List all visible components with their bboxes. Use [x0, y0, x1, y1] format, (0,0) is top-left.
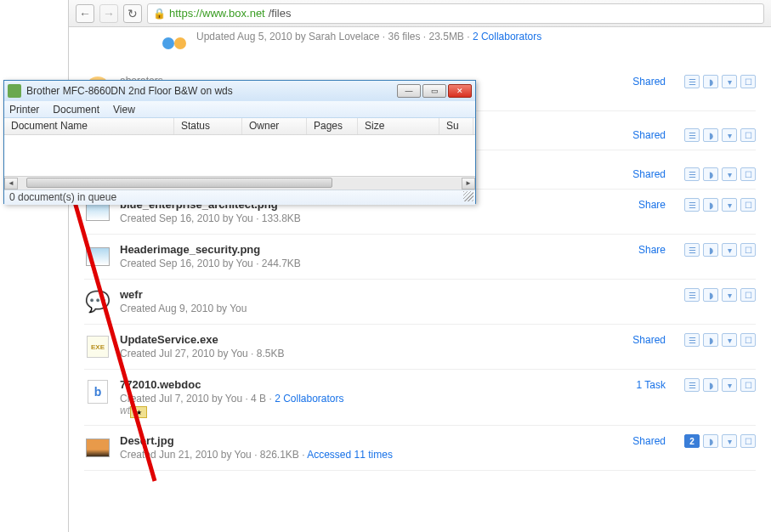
tag-icon[interactable]: ◗: [703, 288, 718, 302]
comment-count-icon[interactable]: 2: [684, 434, 700, 448]
tag-icon[interactable]: ◗: [703, 243, 718, 257]
tag-icon[interactable]: ◗: [703, 128, 718, 142]
column-header[interactable]: Su: [439, 118, 473, 134]
file-icon-slot: EXE: [84, 333, 111, 360]
file-row[interactable]: 💬wefrCreated Aug 9, 2010 by You☰◗▾☐: [84, 280, 756, 325]
checkbox-icon[interactable]: ☐: [740, 333, 756, 347]
checkbox-icon[interactable]: ☐: [740, 167, 756, 181]
access-link[interactable]: Accessed 11 times: [307, 449, 393, 461]
scroll-thumb[interactable]: [26, 178, 332, 188]
menu-printer[interactable]: Printer: [9, 104, 39, 116]
tag-icon[interactable]: ◗: [703, 378, 718, 392]
file-name[interactable]: 772010.webdoc: [120, 378, 615, 391]
file-status[interactable]: Shared: [615, 435, 666, 447]
file-row[interactable]: b772010.webdocCreated Jul 7, 2010 by You…: [84, 370, 756, 426]
file-status[interactable]: 1 Task: [615, 379, 666, 391]
print-queue-window: Brother MFC-8660DN 2nd Floor B&W on wds …: [3, 80, 476, 204]
column-headers: Document NameStatusOwnerPagesSizeSu: [4, 118, 475, 135]
dropdown-icon[interactable]: ▾: [722, 243, 737, 257]
queue-body: [4, 135, 475, 176]
task-badge-icon: ★: [130, 406, 147, 418]
maximize-button[interactable]: ▭: [422, 84, 446, 98]
checkbox-icon[interactable]: ☐: [740, 198, 756, 212]
dropdown-icon[interactable]: ▾: [722, 128, 737, 142]
file-name[interactable]: Headerimage_security.png: [120, 243, 615, 256]
file-row[interactable]: Desert.jpgCreated Jun 21, 2010 by You · …: [84, 426, 756, 471]
tag-icon[interactable]: ◗: [703, 198, 718, 212]
dropdown-icon[interactable]: ▾: [722, 378, 737, 392]
file-status[interactable]: Share: [615, 244, 666, 256]
url-path: /files: [269, 7, 292, 20]
file-row[interactable]: Updated Aug 5, 2010 by Sarah Lovelace · …: [84, 27, 756, 66]
comment-icon[interactable]: ☰: [684, 128, 700, 142]
scroll-track[interactable]: [18, 178, 462, 190]
column-header[interactable]: Pages: [307, 118, 358, 134]
minimize-button[interactable]: —: [397, 84, 421, 98]
file-right: Shared☰◗▾☐: [615, 128, 756, 142]
printer-icon: [8, 84, 21, 98]
close-button[interactable]: ✕: [448, 84, 472, 98]
comment-icon[interactable]: ☰: [684, 378, 700, 392]
menu-view[interactable]: View: [113, 104, 135, 116]
reload-button[interactable]: ↻: [123, 4, 142, 23]
comment-icon[interactable]: ☰: [684, 75, 700, 88]
file-row[interactable]: EXEUpdateService.exeCreated Jul 27, 2010…: [84, 325, 756, 370]
comment-icon[interactable]: ☰: [684, 333, 700, 347]
file-status[interactable]: Shared: [615, 334, 666, 346]
file-status[interactable]: Share: [615, 199, 666, 211]
url-bar[interactable]: 🔒 https://www.box.net/files: [147, 3, 764, 24]
comment-icon[interactable]: ☰: [684, 167, 700, 181]
checkbox-icon[interactable]: ☐: [740, 128, 756, 142]
file-details: Desert.jpgCreated Jun 21, 2010 by You · …: [120, 434, 615, 461]
collaborators-link[interactable]: 2 Collaborators: [473, 31, 541, 42]
comment-icon[interactable]: ☰: [684, 243, 700, 257]
resize-grip[interactable]: [463, 191, 473, 201]
file-status[interactable]: Shared: [615, 129, 666, 141]
scroll-right-arrow[interactable]: ►: [462, 178, 475, 190]
menu-document[interactable]: Document: [53, 104, 99, 116]
scroll-left-arrow[interactable]: ◄: [4, 178, 18, 190]
lock-icon: 🔒: [153, 8, 166, 20]
column-header[interactable]: Size: [358, 118, 439, 134]
file-row[interactable]: Headerimage_security.pngCreated Sep 16, …: [84, 235, 756, 280]
checkbox-icon[interactable]: ☐: [740, 288, 756, 302]
tag-icon[interactable]: ◗: [703, 167, 718, 181]
checkbox-icon[interactable]: ☐: [740, 243, 756, 257]
file-right: Share☰◗▾☐: [615, 198, 756, 212]
file-actions: ☰◗▾☐: [684, 243, 756, 257]
file-name[interactable]: wefr: [120, 288, 615, 301]
dropdown-icon[interactable]: ▾: [722, 198, 737, 212]
column-header[interactable]: Document Name: [4, 118, 174, 134]
column-header[interactable]: Owner: [242, 118, 307, 134]
tag-icon[interactable]: ◗: [703, 434, 718, 448]
file-name[interactable]: UpdateService.exe: [120, 333, 615, 346]
column-header[interactable]: Status: [174, 118, 242, 134]
checkbox-icon[interactable]: ☐: [740, 434, 756, 448]
checkbox-icon[interactable]: ☐: [740, 378, 756, 392]
discussion-icon: 💬: [85, 290, 111, 314]
horizontal-scrollbar[interactable]: ◄ ►: [4, 176, 475, 190]
dropdown-icon[interactable]: ▾: [722, 333, 737, 347]
window-titlebar[interactable]: Brother MFC-8660DN 2nd Floor B&W on wds …: [4, 81, 475, 101]
file-status[interactable]: Shared: [615, 168, 666, 180]
window-title: Brother MFC-8660DN 2nd Floor B&W on wds: [26, 85, 397, 97]
forward-button[interactable]: →: [99, 4, 118, 23]
dropdown-icon[interactable]: ▾: [722, 434, 737, 448]
back-button[interactable]: ←: [76, 4, 94, 23]
dropdown-icon[interactable]: ▾: [722, 288, 737, 302]
dropdown-icon[interactable]: ▾: [722, 75, 737, 88]
file-actions: ☰◗▾☐: [684, 128, 756, 142]
file-right: Shared2◗▾☐: [615, 434, 756, 448]
tag-icon[interactable]: ◗: [703, 333, 718, 347]
tag-icon[interactable]: ◗: [703, 75, 718, 88]
collaborators-link[interactable]: 2 Collaborators: [275, 393, 343, 405]
window-controls: — ▭ ✕: [397, 84, 472, 98]
file-status[interactable]: Shared: [615, 76, 666, 88]
comment-icon[interactable]: ☰: [684, 198, 700, 212]
file-icon-slot: [161, 31, 188, 58]
comment-icon[interactable]: ☰: [684, 288, 700, 302]
dropdown-icon[interactable]: ▾: [722, 167, 737, 181]
file-right: Shared☰◗▾☐: [615, 167, 756, 181]
checkbox-icon[interactable]: ☐: [740, 75, 756, 88]
file-name[interactable]: Desert.jpg: [120, 434, 615, 447]
